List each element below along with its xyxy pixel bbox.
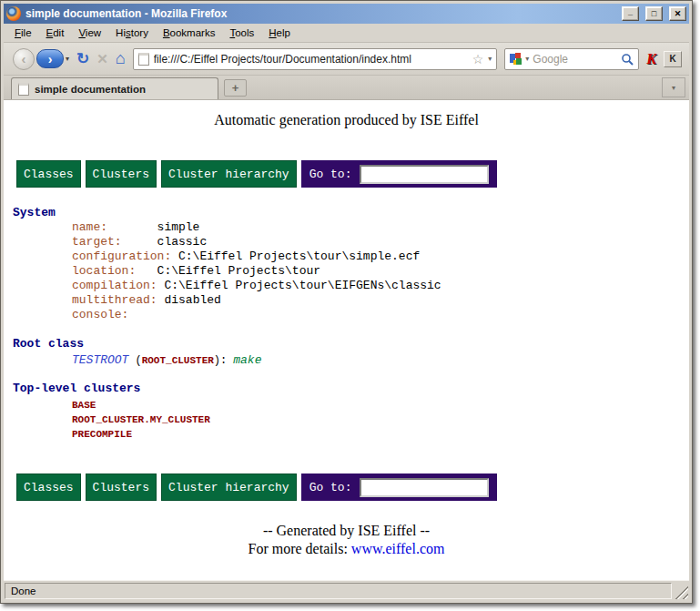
cluster-hierarchy-button-bottom[interactable]: Cluster hierarchy	[161, 474, 297, 501]
clusters-button[interactable]: Clusters	[86, 160, 157, 188]
kaspersky-icon[interactable]: K	[646, 51, 656, 67]
footer-line1: -- Generated by ISE Eiffel --	[4, 522, 689, 540]
cluster-hierarchy-button[interactable]: Cluster hierarchy	[161, 160, 297, 188]
goto-label-bottom: Go to:	[309, 481, 352, 494]
goto-input-bottom[interactable]	[360, 478, 489, 497]
system-row-name: name:simple	[72, 220, 689, 235]
system-heading: System	[13, 206, 689, 220]
eiffel-link[interactable]: www.eiffel.com	[351, 541, 445, 556]
system-row-location: location:C:\Eiffel Projects\tour	[72, 264, 689, 279]
maximize-icon: □	[652, 9, 656, 18]
search-input[interactable]	[533, 53, 617, 66]
doc-nav-bottom: Classes Clusters Cluster hierarchy Go to…	[16, 474, 689, 501]
classes-button[interactable]: Classes	[16, 160, 81, 188]
tab-label: simple documentation	[35, 84, 146, 95]
resize-grip[interactable]	[675, 586, 688, 599]
new-tab-button[interactable]: +	[224, 79, 247, 97]
classes-button-bottom[interactable]: Classes	[16, 474, 81, 501]
doc-footer: -- Generated by ISE Eiffel -- For more d…	[4, 522, 689, 558]
menu-bar: File Edit View History Bookmarks Tools H…	[4, 24, 689, 43]
root-class-row: TESTROOT(ROOT_CLUSTER):make	[72, 353, 689, 368]
page-favicon	[138, 53, 149, 66]
minimize-button[interactable]: _	[622, 6, 639, 21]
search-icon[interactable]	[621, 53, 634, 66]
menu-edit[interactable]: Edit	[39, 25, 72, 41]
system-row-target: target:classic	[72, 235, 689, 249]
clusters-list: BASE ROOT_CLUSTER.MY_CLUSTER PRECOMPILE	[4, 398, 689, 442]
k-extension-button[interactable]: K	[664, 51, 682, 67]
title-bar: simple documentation - Mozilla Firefox _…	[4, 4, 689, 24]
close-button[interactable]: ✕	[669, 6, 686, 21]
status-bar: Done	[4, 580, 689, 600]
status-text: Done	[5, 583, 672, 599]
plus-icon: +	[232, 81, 239, 95]
browser-window: simple documentation - Mozilla Firefox _…	[0, 0, 693, 604]
list-all-tabs-button[interactable]: ▾	[662, 77, 685, 97]
stop-button[interactable]: ✕	[96, 51, 108, 67]
doc-header: Automatic generation produced by ISE Eif…	[4, 112, 689, 128]
close-icon: ✕	[675, 9, 682, 18]
window-title: simple documentation - Mozilla Firefox	[25, 7, 615, 20]
search-engine-dropdown-icon[interactable]: ▾	[525, 55, 529, 63]
goto-label: Go to:	[309, 168, 352, 181]
system-row-configuration: configuration:C:\Eiffel Projects\tour\si…	[72, 249, 689, 264]
menu-view[interactable]: View	[71, 25, 108, 41]
forward-button-group: › ▾	[36, 49, 69, 68]
forward-button[interactable]: ›	[36, 49, 64, 68]
system-row-multithread: multithread:disabled	[72, 293, 689, 308]
stop-icon: ✕	[96, 51, 108, 67]
url-input[interactable]	[154, 53, 468, 66]
home-icon: ⌂	[116, 49, 126, 68]
home-button[interactable]: ⌂	[116, 49, 126, 68]
menu-bookmarks[interactable]: Bookmarks	[156, 25, 223, 41]
footer-line2: For more details: www.eiffel.com	[4, 540, 689, 558]
cluster-item-precompile[interactable]: PRECOMPILE	[72, 427, 689, 442]
goto-input-top[interactable]	[360, 165, 489, 184]
maximize-button[interactable]: □	[645, 6, 663, 21]
url-dropdown-icon[interactable]: ▾	[488, 55, 492, 63]
page-content: Automatic generation produced by ISE Eif…	[4, 100, 689, 580]
doc-nav-top: Classes Clusters Cluster hierarchy Go to…	[16, 160, 689, 188]
search-box: ▾	[504, 48, 639, 70]
cluster-item-base[interactable]: BASE	[72, 398, 689, 412]
forward-history-dropdown[interactable]: ▾	[66, 55, 69, 63]
bookmark-star-icon[interactable]: ☆	[472, 52, 484, 66]
url-bar: ☆ ▾	[133, 48, 498, 70]
google-icon[interactable]	[510, 53, 522, 65]
system-row-compilation: compilation:C:\Eiffel Projects\tour\EIFG…	[72, 279, 689, 293]
tab-simple-documentation[interactable]: simple documentation	[11, 77, 218, 99]
creation-procedure-link[interactable]: make	[233, 353, 261, 367]
menu-history[interactable]: History	[108, 25, 156, 41]
back-button[interactable]: ‹	[13, 48, 35, 70]
menu-file[interactable]: File	[7, 25, 39, 41]
goto-box-bottom: Go to:	[301, 474, 498, 501]
menu-help[interactable]: Help	[261, 25, 298, 41]
menu-tools[interactable]: Tools	[222, 25, 261, 41]
system-row-console: console:	[72, 308, 689, 322]
tab-bar: simple documentation + ▾	[4, 76, 689, 100]
reload-button[interactable]: ↻	[76, 49, 89, 68]
navigation-toolbar: ‹ › ▾ ↻ ✕ ⌂ ☆ ▾ ▾ K K	[4, 43, 689, 76]
top-level-clusters-heading: Top-level clusters	[13, 382, 689, 396]
firefox-icon	[6, 6, 21, 21]
root-class-heading: Root class	[13, 337, 689, 351]
forward-icon: ›	[48, 52, 53, 66]
reload-icon: ↻	[76, 49, 89, 68]
goto-box-top: Go to:	[301, 160, 498, 188]
back-icon: ‹	[22, 51, 26, 66]
chevron-down-icon: ▾	[672, 84, 675, 92]
minimize-icon: _	[628, 7, 633, 16]
clusters-button-bottom[interactable]: Clusters	[86, 474, 157, 501]
root-cluster-name: ROOT_CLUSTER	[142, 355, 214, 366]
cluster-item-root-cluster-my-cluster[interactable]: ROOT_CLUSTER.MY_CLUSTER	[72, 412, 689, 427]
root-class-link[interactable]: TESTROOT	[72, 353, 128, 367]
tab-page-icon	[18, 83, 29, 96]
